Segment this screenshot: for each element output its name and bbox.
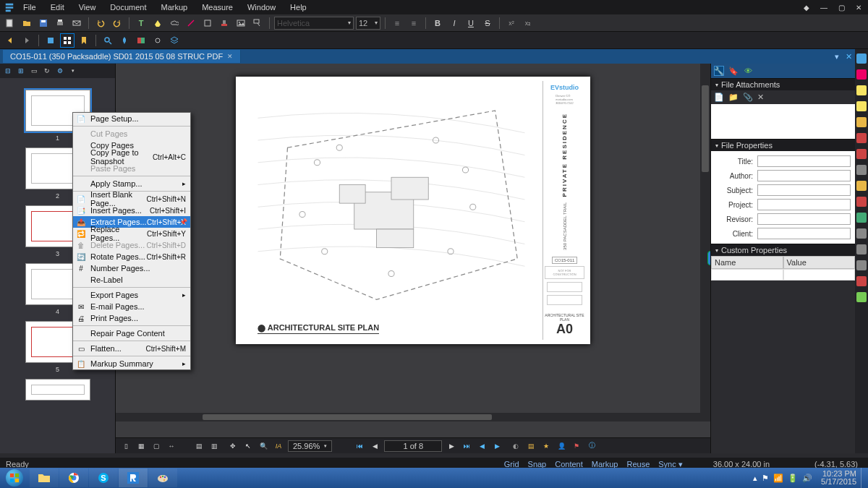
tab-close-all-icon[interactable]: ✕ <box>843 51 854 61</box>
close-icon[interactable]: ✕ <box>854 2 864 12</box>
underline-icon[interactable]: U <box>464 16 478 30</box>
dim-tool-icon[interactable] <box>856 181 867 191</box>
tray-battery-icon[interactable]: 🔋 <box>788 474 798 483</box>
menu-item-export-pages[interactable]: Export Pages▸ <box>73 289 190 301</box>
show-desktop[interactable] <box>861 468 868 488</box>
line-icon[interactable] <box>184 16 198 30</box>
menu-view[interactable]: View <box>73 1 102 13</box>
pin-icon[interactable]: ◆ <box>801 2 812 12</box>
first-page-icon[interactable]: ⏮ <box>354 440 365 452</box>
add-page-icon[interactable]: ⊞ <box>16 66 26 76</box>
facing-icon[interactable]: ▢ <box>150 440 162 452</box>
zoom-icon[interactable]: 🔍 <box>258 440 269 452</box>
print-icon[interactable] <box>53 16 67 30</box>
author-field[interactable] <box>757 170 851 181</box>
menu-help[interactable]: Help <box>284 1 312 13</box>
prev-page-icon[interactable]: ◀ <box>369 440 380 452</box>
link-icon[interactable] <box>150 33 165 48</box>
single-page-icon[interactable]: ▯ <box>120 440 132 452</box>
tray-up-icon[interactable]: ▴ <box>753 474 757 483</box>
revisor-field[interactable] <box>757 213 851 225</box>
pen-tool-icon[interactable] <box>856 69 867 80</box>
strike-icon[interactable]: S <box>480 16 495 30</box>
sub-icon[interactable]: x₂ <box>521 16 535 30</box>
layers-icon[interactable] <box>167 33 182 48</box>
pin-tool-icon[interactable] <box>117 33 132 48</box>
polyline-tool-icon[interactable] <box>856 197 867 207</box>
menu-item-copy-page-to-snapshot[interactable]: Copy Page to SnapshotCtrl+Alt+C <box>73 151 190 163</box>
rect-tool-icon[interactable] <box>856 228 867 239</box>
system-tray[interactable]: ▴ ⚑ 📶 🔋 🔊 <box>749 474 817 483</box>
document-tab[interactable]: CO15-011 (350 Packsaddle) SD01 2015 05 0… <box>3 50 241 63</box>
menu-markup[interactable]: Markup <box>156 1 194 13</box>
last-page-icon[interactable]: ⏭ <box>461 440 472 452</box>
fit-width-icon[interactable]: ↔ <box>166 440 177 452</box>
open-attachment-icon[interactable]: 📁 <box>728 93 739 102</box>
menu-item-insert-pages[interactable]: 📑Insert Pages...Ctrl+Shift+I <box>73 205 190 216</box>
image-tool-icon[interactable] <box>856 292 867 302</box>
tray-flag-icon[interactable]: ⚑ <box>762 474 769 483</box>
italic-icon[interactable]: I <box>447 16 461 30</box>
stamp-icon[interactable] <box>217 16 231 30</box>
file-properties-header[interactable]: File Properties <box>711 140 855 151</box>
super-icon[interactable]: x² <box>504 16 519 30</box>
highlighter2-icon[interactable] <box>856 101 867 111</box>
menu-window[interactable]: Window <box>242 1 281 13</box>
people-icon[interactable]: 👤 <box>556 440 567 452</box>
menu-item-print-pages[interactable]: 🖨Print Pages... <box>73 312 190 324</box>
callout-tool-icon[interactable] <box>856 149 867 159</box>
menu-item-apply-stamp[interactable]: Apply Stamp...▸ <box>73 178 190 189</box>
col-name[interactable]: Name <box>711 256 783 269</box>
redo-icon[interactable] <box>110 16 124 30</box>
title-field[interactable] <box>757 155 851 167</box>
polygon-tool-icon[interactable] <box>856 260 867 270</box>
menu-item-replace-pages[interactable]: 🔁Replace Pages...Ctrl+Shift+Y <box>73 228 190 239</box>
next-page-icon[interactable]: ▶ <box>446 440 457 452</box>
text-icon[interactable]: T <box>134 16 148 30</box>
note-tool-icon[interactable] <box>856 117 867 127</box>
line-tool-icon[interactable] <box>856 165 867 175</box>
file-attachments-header[interactable]: File Attachments <box>711 79 855 90</box>
rotate-thumb-icon[interactable]: ↻ <box>42 66 52 76</box>
bold-icon[interactable]: B <box>430 16 445 30</box>
menu-item-markup-summary[interactable]: 📋Markup Summary▸ <box>73 358 190 369</box>
thumbnails-icon[interactable] <box>60 33 75 48</box>
image-icon[interactable] <box>234 16 248 30</box>
subject-field[interactable] <box>757 184 851 196</box>
bookmarks-icon[interactable] <box>77 33 91 48</box>
stamp-tool-icon[interactable] <box>856 276 867 286</box>
flag-icon[interactable]: ⚑ <box>571 440 582 452</box>
bookmarks-tab-icon[interactable]: 🔖 <box>728 66 739 76</box>
paperclip-icon[interactable]: 📎 <box>743 93 753 102</box>
cloud-icon[interactable] <box>167 16 182 30</box>
dropdown-icon[interactable]: ▾ <box>68 66 78 76</box>
open-icon[interactable] <box>20 16 34 30</box>
save-icon[interactable] <box>36 16 51 30</box>
favorite-icon[interactable]: ★ <box>540 440 552 452</box>
taskbar-skype[interactable]: S <box>89 468 118 487</box>
menu-item-page-setup[interactable]: 📄Page Setup... <box>73 113 190 124</box>
custom-prop-cell[interactable] <box>783 269 856 281</box>
tray-volume-icon[interactable]: 🔊 <box>802 474 812 483</box>
select-icon[interactable]: ↖ <box>242 440 254 452</box>
menu-item-flatten[interactable]: ▭Flatten...Ctrl+Shift+M <box>73 343 190 354</box>
pan-icon[interactable]: ✥ <box>227 440 239 452</box>
align-left-icon[interactable]: ≡ <box>390 16 404 30</box>
tray-network-icon[interactable]: 📶 <box>773 474 783 483</box>
text-tool-icon[interactable] <box>856 53 867 64</box>
taskbar-paint[interactable] <box>148 468 177 487</box>
menu-document[interactable]: Document <box>104 1 152 13</box>
callout-icon[interactable] <box>250 16 265 30</box>
continuous-icon[interactable]: ▦ <box>135 440 147 452</box>
compare-icon[interactable] <box>134 33 148 48</box>
split-v-icon[interactable]: ▥ <box>208 440 220 452</box>
taskbar-revu[interactable] <box>119 468 148 487</box>
custom-prop-cell[interactable] <box>711 269 783 281</box>
tab-close-icon[interactable]: ✕ <box>227 53 233 60</box>
font-size-select[interactable]: 12▾ <box>356 17 380 30</box>
menu-item-e-mail-pages[interactable]: ✉E-mail Pages... <box>73 301 190 312</box>
menu-edit[interactable]: Edit <box>45 1 70 13</box>
delete-attachment-icon[interactable]: ✕ <box>757 93 764 102</box>
file-access-icon[interactable] <box>43 33 58 48</box>
prev-view-icon[interactable]: ◀ <box>476 440 488 452</box>
